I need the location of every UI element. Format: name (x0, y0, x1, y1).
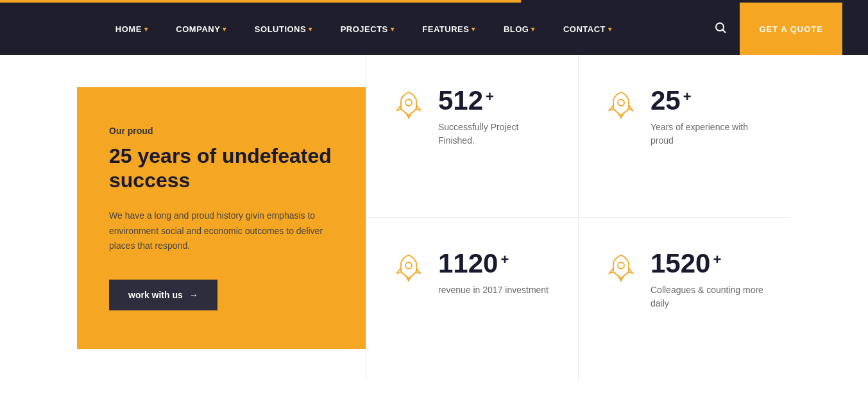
stat-content-1: 512+ Successfully Project Finished. (438, 87, 552, 148)
get-quote-button[interactable]: GET A QUOTE (740, 3, 842, 55)
hero-heading: 25 years of undefeated success (109, 144, 334, 193)
svg-point-2 (405, 99, 412, 106)
nav-label-blog: BLOG (504, 24, 529, 34)
stat-label-4: Colleagues & counting more daily (651, 283, 765, 310)
nav-label-projects: PROJECTS (341, 24, 388, 34)
rocket-icon-3 (392, 250, 425, 286)
hero-card: Our proud 25 years of undefeated success… (77, 87, 366, 349)
nav-item-contact[interactable]: CONTACT ▾ (549, 3, 626, 55)
chevron-down-icon: ▾ (223, 26, 226, 33)
svg-point-3 (618, 99, 624, 106)
stat-content-2: 25+ Years of experience with proud (651, 87, 765, 148)
svg-line-1 (723, 30, 726, 33)
stat-cell-4: 1520+ Colleagues & counting more daily (579, 218, 791, 381)
rocket-icon-4 (604, 250, 638, 286)
stat-label-1: Successfully Project Finished. (438, 121, 552, 148)
arrow-icon: → (189, 290, 198, 300)
chevron-down-icon: ▾ (608, 26, 612, 33)
nav-item-features[interactable]: FEATURES ▾ (408, 3, 489, 55)
chevron-down-icon: ▾ (144, 26, 148, 33)
stat-content-4: 1520+ Colleagues & counting more daily (651, 250, 765, 310)
stat-number-3: 1120+ (438, 250, 549, 277)
stat-content-3: 1120+ revenue in 2017 investment (438, 250, 549, 297)
hero-tag: Our proud (109, 126, 334, 136)
nav-links: HOME ▾ COMPANY ▾ SOLUTIONS ▾ PROJECTS ▾ … (26, 3, 701, 55)
nav-label-contact: CONTACT (563, 24, 606, 34)
nav-label-solutions: SOLUTIONS (255, 24, 306, 34)
navbar: HOME ▾ COMPANY ▾ SOLUTIONS ▾ PROJECTS ▾ … (0, 3, 868, 55)
stat-number-1: 512+ (438, 87, 552, 114)
stat-number-2: 25+ (651, 87, 765, 114)
svg-point-4 (405, 262, 412, 269)
nav-item-blog[interactable]: BLOG ▾ (489, 3, 549, 55)
nav-label-home: HOME (115, 24, 142, 34)
nav-item-home[interactable]: HOME ▾ (101, 3, 162, 55)
stat-label-3: revenue in 2017 investment (438, 283, 549, 297)
chevron-down-icon: ▾ (391, 26, 395, 33)
chevron-down-icon: ▾ (309, 26, 312, 33)
rocket-icon-2 (604, 87, 638, 123)
nav-label-features: FEATURES (422, 24, 469, 34)
stat-cell-1: 512+ Successfully Project Finished. (366, 55, 579, 218)
stats-grid: 512+ Successfully Project Finished. 25+ (366, 55, 791, 381)
chevron-down-icon: ▾ (472, 26, 475, 33)
search-icon[interactable] (701, 21, 740, 37)
nav-item-solutions[interactable]: SOLUTIONS ▾ (241, 3, 327, 55)
hero-description: We have a long and proud history givin e… (109, 208, 334, 254)
rocket-icon-1 (392, 87, 425, 123)
stat-cell-3: 1120+ revenue in 2017 investment (366, 218, 579, 381)
stat-cell-2: 25+ Years of experience with proud (579, 55, 791, 218)
svg-point-0 (716, 23, 724, 31)
work-with-us-button[interactable]: work with us → (109, 280, 217, 310)
main-section: Our proud 25 years of undefeated success… (0, 55, 868, 381)
nav-label-company: COMPANY (176, 24, 220, 34)
svg-point-5 (618, 262, 624, 269)
nav-item-projects[interactable]: PROJECTS ▾ (327, 3, 409, 55)
stat-label-2: Years of experience with proud (651, 121, 765, 148)
stat-number-4: 1520+ (651, 250, 765, 277)
chevron-down-icon: ▾ (531, 26, 535, 33)
work-btn-label: work with us (128, 290, 183, 300)
nav-item-company[interactable]: COMPANY ▾ (162, 3, 240, 55)
